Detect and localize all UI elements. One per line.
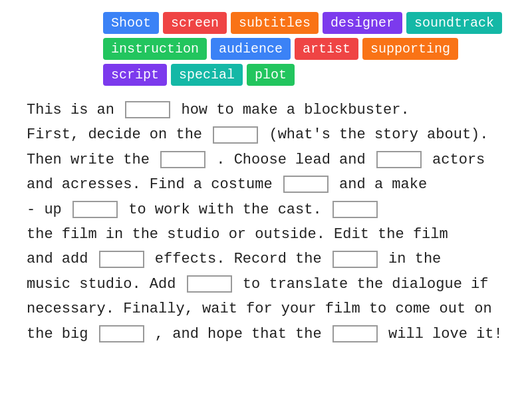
blank-1[interactable]	[125, 101, 170, 118]
blank-6[interactable]	[72, 201, 118, 218]
word-bank: Shoot screen subtitles designer soundtra…	[0, 0, 532, 92]
line5-pre: - up	[27, 201, 62, 218]
word-artist[interactable]: artist	[295, 38, 358, 60]
word-script[interactable]: script	[103, 64, 167, 86]
word-audience[interactable]: audience	[211, 38, 291, 60]
line2-post: (what's the story about).	[269, 126, 488, 143]
line2-pre: First, decide on the	[27, 126, 202, 143]
blank-2[interactable]	[213, 126, 258, 144]
line7-end: in the	[388, 251, 441, 267]
line-8: music studio. Add to translate the dialo…	[27, 272, 505, 297]
line-5: - up to work with the cast.	[27, 198, 505, 222]
word-supporting[interactable]: supporting	[362, 38, 458, 60]
blank-7[interactable]	[332, 201, 378, 218]
line-9: necessary. Finally, wait for your film t…	[27, 297, 505, 321]
blank-8[interactable]	[99, 251, 144, 268]
line6-pre: the film in the studio or outside. Edit …	[27, 226, 448, 243]
line1-pre: This is an	[27, 102, 114, 118]
word-screen[interactable]: screen	[163, 12, 227, 34]
blank-11[interactable]	[99, 325, 144, 342]
word-instruction[interactable]: instruction	[103, 38, 207, 60]
line-3: Then write the . Choose lead and actors	[27, 148, 505, 172]
line9-pre: necessary. Finally, wait for your film t…	[27, 301, 492, 317]
line-7: and add effects. Record the in the	[27, 247, 505, 271]
line8-post: to translate the dialogue if	[243, 276, 489, 293]
line3-mid: . Choose lead and	[216, 152, 365, 168]
line-6: the film in the studio or outside. Edit …	[27, 222, 505, 247]
blank-12[interactable]	[332, 325, 378, 342]
line-4: and acresses. Find a costume and a make	[27, 172, 505, 197]
blank-4[interactable]	[376, 151, 422, 168]
blank-9[interactable]	[332, 251, 378, 268]
line7-post: effects. Record the	[155, 251, 322, 267]
blank-3[interactable]	[160, 151, 205, 168]
word-subtitles[interactable]: subtitles	[231, 12, 319, 34]
passage: This is an how to make a blockbuster. Fi…	[0, 92, 532, 346]
line3-pre: Then write the	[27, 152, 150, 168]
line7-pre: and add	[27, 251, 88, 267]
blank-10[interactable]	[187, 275, 232, 293]
word-soundtrack[interactable]: soundtrack	[406, 12, 502, 34]
word-designer[interactable]: designer	[323, 12, 402, 34]
line-10: the big , and hope that the will love it…	[27, 322, 505, 346]
line4-pre: and acresses. Find a costume	[27, 176, 273, 193]
line3-post: actors	[432, 152, 485, 168]
blank-5[interactable]	[283, 176, 329, 193]
line5-post: to work with the cast.	[128, 201, 321, 218]
line8-pre: music studio. Add	[27, 276, 176, 293]
word-special[interactable]: special	[171, 64, 243, 86]
word-shoot[interactable]: Shoot	[103, 12, 159, 34]
line10-mid: , and hope that the	[155, 326, 322, 342]
line-2: First, decide on the (what's the story a…	[27, 122, 505, 147]
line-1: This is an how to make a blockbuster.	[27, 98, 505, 122]
line4-post: and a make	[339, 176, 427, 193]
line10-post: will love it!	[388, 326, 503, 342]
line1-post: how to make a blockbuster.	[181, 102, 409, 118]
line10-pre: the big	[27, 326, 88, 342]
word-plot[interactable]: plot	[247, 64, 295, 86]
